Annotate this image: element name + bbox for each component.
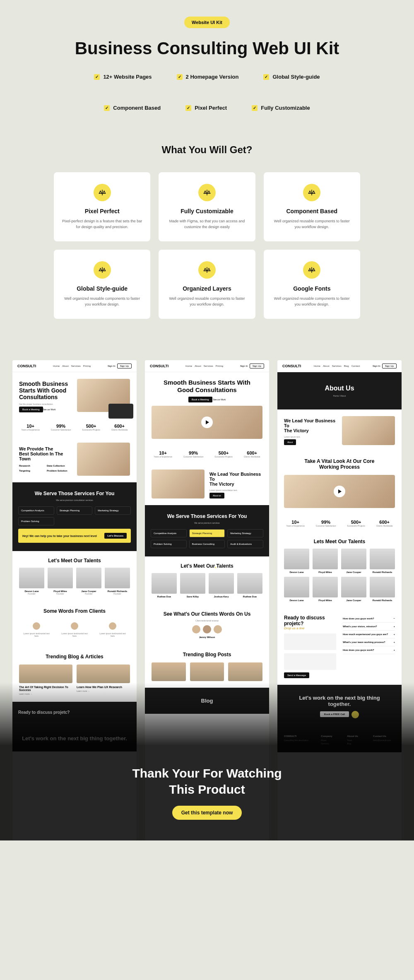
check-icon: ✓	[104, 105, 110, 111]
check-icon: ✓	[185, 105, 191, 111]
discuss-button[interactable]: Let's Discuss	[104, 533, 127, 539]
get-template-button[interactable]: Get this template now	[172, 806, 242, 820]
card-title: Organized Layers	[167, 285, 247, 292]
scale-icon	[94, 184, 111, 201]
card-desc: Well organized reusable components to fa…	[272, 296, 352, 307]
feature-item: ✓Fully Customizable	[252, 105, 310, 111]
card-title: Fully Customizable	[167, 208, 247, 214]
cta-button[interactable]: Book a Meeting	[19, 407, 43, 412]
check-icon: ✓	[252, 105, 258, 111]
preview-nav: CONSULTI HomeAboutServicesBlogContact Si…	[277, 360, 402, 372]
scale-icon	[303, 184, 320, 201]
feature-item: ✓12+ Website Pages	[94, 74, 152, 80]
feature-item: ✓Global Style-guide	[263, 74, 320, 80]
check-icon: ✓	[94, 74, 100, 80]
breadcrumb: Home / About	[284, 395, 395, 397]
send-button[interactable]: Send a Message	[284, 672, 309, 678]
about-hero: About Us Home / About	[277, 372, 402, 409]
feature-item: ✓Component Based	[104, 105, 161, 111]
check-icon: ✓	[263, 74, 269, 80]
footer-cta: Thank Your For WatchingThis Product Get …	[0, 682, 414, 840]
benefit-card: Component Based Well organized reusable …	[264, 172, 360, 241]
brand-logo: CONSULTI	[17, 364, 36, 368]
category-badge: Website UI Kit	[184, 17, 230, 28]
nav-links: HomeAboutServicesPricing	[53, 365, 91, 367]
benefit-cards: Pixel Perfect Pixel-perfect design is a …	[46, 172, 368, 319]
scale-icon	[198, 261, 216, 279]
card-desc: Pixel-perfect design is a feature that s…	[62, 219, 142, 230]
card-desc: Well organized reusable components to fa…	[167, 296, 247, 307]
card-desc: Made with Figma, so that you can access …	[167, 219, 247, 230]
feature-item: ✓Pixel Perfect	[185, 105, 227, 111]
faq-list: How does you guys work?− What's your vis…	[343, 615, 395, 678]
stats-row: 10+Years of Experience 99%Customer Satis…	[12, 419, 137, 436]
card-desc: Well organized reusable components to fa…	[62, 296, 142, 307]
benefit-card: Organized Layers Well organized reusable…	[159, 250, 255, 319]
scale-icon	[198, 184, 216, 201]
benefit-card: Pixel Perfect Pixel-perfect design is a …	[54, 172, 150, 241]
services-title: We Serve Those Services For You	[18, 491, 131, 496]
section-heading: What You Will Get?	[0, 144, 414, 156]
template-previews: CONSULTI HomeAboutServicesPricing Sign I…	[0, 344, 414, 840]
feature-list: ✓12+ Website Pages ✓2 Homepage Version ✓…	[75, 74, 339, 111]
card-title: Global Style-guide	[62, 285, 142, 292]
card-title: Pixel Perfect	[62, 208, 142, 214]
secondary-link[interactable]: See our Work	[43, 408, 55, 411]
benefit-card: Google Fonts Well organized reusable com…	[264, 250, 360, 319]
feature-item: ✓2 Homepage Version	[177, 74, 239, 80]
contact-form[interactable]	[284, 633, 336, 650]
play-icon[interactable]	[201, 417, 213, 428]
scale-icon	[303, 261, 320, 279]
preview-nav: CONSULTI HomeAboutServicesPricing Sign I…	[145, 360, 269, 372]
scale-icon	[94, 261, 111, 279]
card-title: Component Based	[272, 208, 352, 214]
preview-nav: CONSULTI HomeAboutServicesPricing Sign I…	[12, 360, 137, 372]
signup-button[interactable]: Sign Up	[117, 364, 132, 368]
contact-form[interactable]	[284, 653, 336, 670]
hero-section: Website UI Kit Business Consulting Web U…	[0, 0, 414, 136]
check-icon: ✓	[177, 74, 183, 80]
page-title: Business Consulting Web UI Kit	[8, 38, 406, 59]
card-title: Google Fonts	[272, 285, 352, 292]
benefit-card: Global Style-guide Well organized reusab…	[54, 250, 150, 319]
card-desc: Well organized reusable components to fa…	[272, 219, 352, 230]
signin-link[interactable]: Sign In	[108, 365, 116, 367]
benefit-card: Fully Customizable Made with Figma, so t…	[159, 172, 255, 241]
play-icon[interactable]	[334, 486, 345, 497]
